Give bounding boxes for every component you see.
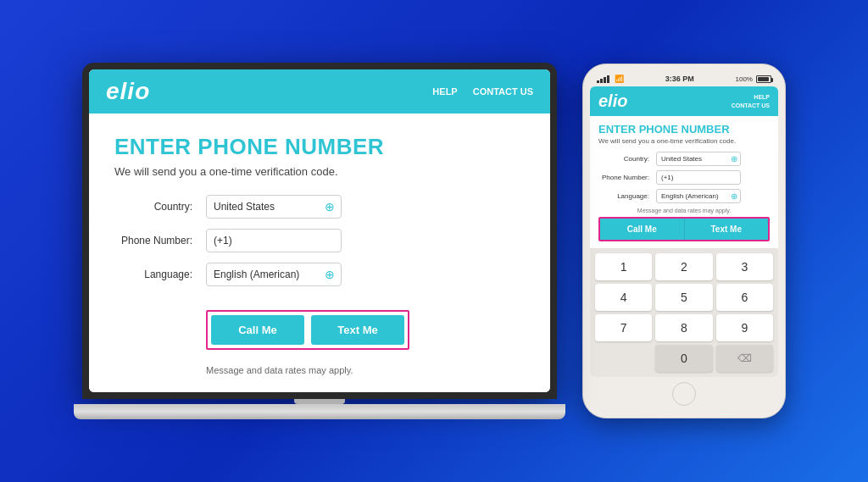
- key-1[interactable]: 1: [595, 253, 652, 280]
- phone-country-label: Country:: [598, 155, 653, 163]
- language-select[interactable]: English (American): [206, 263, 342, 286]
- phone-page-title: ENTER PHONE NUMBER: [598, 123, 770, 136]
- key-8[interactable]: 8: [655, 314, 712, 341]
- text-me-button[interactable]: Text Me: [311, 315, 404, 345]
- nav-contact[interactable]: CONTACT US: [473, 86, 533, 97]
- key-2[interactable]: 2: [655, 253, 712, 280]
- phone-phone-row: Phone Number:: [598, 170, 770, 185]
- phone-button-group: Call Me Text Me: [598, 217, 770, 241]
- laptop-screen: elio HELP CONTACT US ENTER PHONE NUMBER …: [89, 69, 550, 392]
- battery-fill: [758, 77, 769, 81]
- phone-body: 📶 3:36 PM 100% elio HELP CONTACT US: [582, 64, 786, 418]
- country-row: Country: United States ⊕: [114, 195, 525, 219]
- phone-disclaimer: Message and data rates may apply.: [598, 208, 770, 213]
- wifi-icon: 📶: [615, 75, 624, 83]
- phone-country-select-wrapper: United States ⊕: [656, 152, 741, 166]
- browser-body: ENTER PHONE NUMBER We will send you a on…: [89, 114, 550, 392]
- signal-bar-1: [597, 80, 599, 83]
- battery-icon: [756, 75, 771, 83]
- button-group: Call Me Text Me: [206, 310, 409, 350]
- browser-navbar: elio HELP CONTACT US: [89, 69, 550, 114]
- phone-page-subtitle: We will send you a one-time verification…: [598, 137, 770, 145]
- phone-country-row: Country: United States ⊕: [598, 152, 770, 166]
- disclaimer-text: Message and data rates may apply.: [206, 365, 525, 375]
- phone-screen: elio HELP CONTACT US ENTER PHONE NUMBER …: [590, 86, 778, 377]
- key-3[interactable]: 3: [716, 253, 773, 280]
- battery-percent: 100%: [736, 75, 753, 83]
- phone-language-row: Language: English (American) ⊕: [598, 189, 770, 203]
- phone-device: 📶 3:36 PM 100% elio HELP CONTACT US: [582, 64, 786, 418]
- country-label: Country:: [114, 201, 199, 213]
- key-7[interactable]: 7: [595, 314, 652, 341]
- phone-country-select[interactable]: United States: [656, 152, 741, 166]
- key-0[interactable]: 0: [655, 345, 712, 372]
- language-label: Language:: [114, 269, 199, 280]
- call-me-button[interactable]: Call Me: [211, 315, 304, 345]
- phone-language-select[interactable]: English (American): [656, 189, 741, 203]
- key-empty: [595, 345, 652, 372]
- phone-nav-help[interactable]: HELP: [732, 93, 770, 102]
- signal-bar-4: [607, 75, 609, 83]
- language-row: Language: English (American) ⊕: [114, 263, 525, 286]
- phone-nav-links: HELP CONTACT US: [732, 93, 770, 110]
- backspace-key[interactable]: ⌫: [716, 345, 773, 372]
- scene: elio HELP CONTACT US ENTER PHONE NUMBER …: [0, 0, 868, 482]
- phone-language-label: Language:: [598, 192, 653, 200]
- status-signal-area: 📶: [597, 75, 624, 83]
- page-subtitle: We will send you a one-time verification…: [114, 165, 525, 178]
- key-5[interactable]: 5: [655, 284, 712, 311]
- signal-bars: [597, 75, 609, 83]
- phone-logo: elio: [598, 91, 627, 111]
- phone-phone-label: Phone Number:: [598, 174, 653, 181]
- laptop-device: elio HELP CONTACT US ENTER PHONE NUMBER …: [82, 63, 557, 419]
- phone-nav-contact[interactable]: CONTACT US: [732, 102, 770, 110]
- nav-links: HELP CONTACT US: [432, 86, 533, 97]
- phone-body-content: ENTER PHONE NUMBER We will send you a on…: [590, 116, 778, 248]
- country-select[interactable]: United States: [206, 195, 342, 219]
- phone-input[interactable]: [206, 229, 342, 252]
- status-time: 3:36 PM: [665, 75, 694, 83]
- laptop-notch: [294, 399, 345, 404]
- phone-row: Phone Number:: [114, 229, 525, 252]
- home-button[interactable]: [672, 382, 696, 406]
- phone-navbar: elio HELP CONTACT US: [590, 86, 778, 116]
- key-9[interactable]: 9: [716, 314, 773, 341]
- country-select-wrapper: United States ⊕: [206, 195, 342, 219]
- phone-status-bar: 📶 3:36 PM 100%: [590, 73, 778, 86]
- language-select-wrapper: English (American) ⊕: [206, 263, 342, 286]
- status-battery-area: 100%: [736, 75, 771, 83]
- page-title: ENTER PHONE NUMBER: [114, 134, 525, 160]
- key-4[interactable]: 4: [595, 284, 652, 311]
- phone-text-button[interactable]: Text Me: [685, 219, 769, 240]
- key-6[interactable]: 6: [716, 284, 773, 311]
- keypad-grid: 1 2 3 4 5 6 7 8 9 0 ⌫: [595, 253, 773, 372]
- phone-home-bar: [590, 377, 778, 409]
- phone-phone-input[interactable]: [656, 170, 741, 185]
- laptop-body: elio HELP CONTACT US ENTER PHONE NUMBER …: [82, 63, 557, 399]
- laptop-base: [74, 404, 565, 419]
- keypad: 1 2 3 4 5 6 7 8 9 0 ⌫: [590, 248, 778, 377]
- nav-help[interactable]: HELP: [432, 86, 457, 97]
- phone-call-button[interactable]: Call Me: [600, 219, 685, 240]
- signal-bar-2: [600, 79, 603, 83]
- signal-bar-3: [604, 77, 606, 83]
- phone-label: Phone Number:: [114, 235, 199, 247]
- phone-language-select-wrapper: English (American) ⊕: [656, 189, 741, 203]
- laptop-logo: elio: [106, 78, 150, 105]
